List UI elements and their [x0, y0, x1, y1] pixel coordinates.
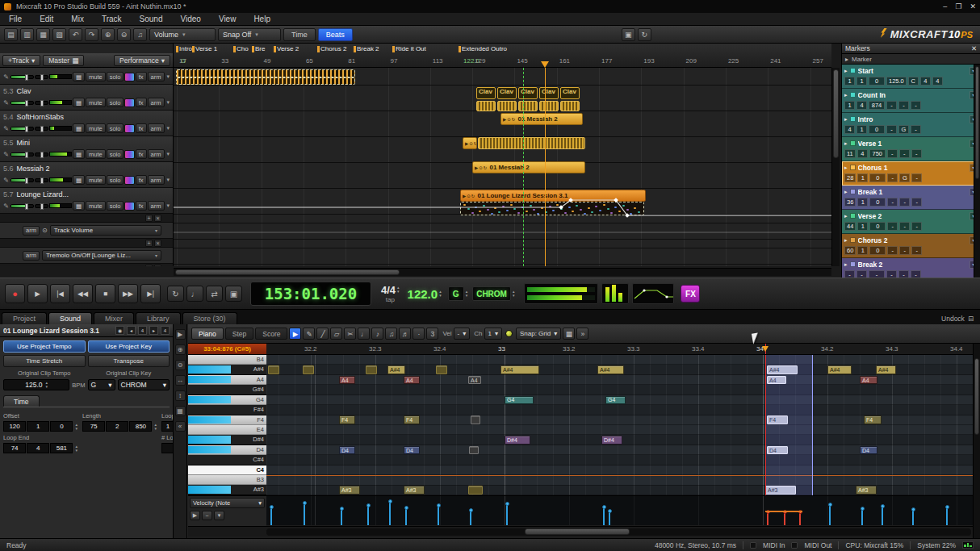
automation-row[interactable]: armTremolo On/Off [Lounge Liz...▾ [0, 248, 173, 264]
velocity-stem[interactable] [609, 511, 610, 525]
time-stretch-button[interactable]: Time Stretch [3, 355, 86, 367]
arm-button[interactable]: arm [23, 226, 40, 236]
piano-key-as4[interactable]: A#4 [188, 365, 266, 374]
tab-sound[interactable]: Sound [48, 312, 92, 324]
midi-note[interactable]: D#4 [601, 436, 622, 445]
marker-param-field[interactable]: - [887, 198, 898, 207]
marker-row[interactable]: ▸Break 2▾------ [842, 258, 980, 278]
minimize-button[interactable]: – [943, 2, 947, 10]
time-mode-button[interactable]: Time [283, 28, 316, 41]
section-marker[interactable]: Break 2 [357, 45, 379, 52]
marker-time-field[interactable]: 874 [869, 101, 885, 110]
time-signature[interactable]: 4/4 [381, 285, 396, 295]
marker-row[interactable]: ▸Chorus 2▾6010--- [842, 234, 980, 258]
clip-clav-wave-5[interactable] [560, 101, 580, 111]
velocity-stem[interactable] [470, 511, 471, 525]
marker-time-field[interactable]: 4 [844, 125, 855, 134]
new-project-icon[interactable]: ▤ [4, 28, 18, 41]
collapse-icon[interactable]: « [175, 421, 186, 432]
velocity-handle[interactable] [437, 503, 441, 507]
chevron-down-icon[interactable]: ▾ [165, 99, 172, 106]
midi-note[interactable]: D4 [860, 446, 877, 455]
menu-edit[interactable]: Edit [31, 15, 62, 23]
midi-note[interactable]: F4 [339, 415, 355, 424]
play-tool-icon[interactable]: ▶ [289, 328, 301, 340]
clip-loop-b[interactable] [176, 77, 355, 85]
clip-lounge-preview[interactable] [460, 202, 644, 215]
arm-button[interactable]: arm [23, 251, 40, 261]
add-automation-button[interactable]: + [145, 215, 153, 222]
automation-curve-icon[interactable] [124, 73, 134, 81]
velocity-stem[interactable] [341, 509, 342, 525]
midi-note[interactable]: A4 [339, 376, 355, 385]
velocity-stem[interactable] [767, 512, 769, 525]
stop-button[interactable]: ■ [95, 284, 115, 303]
arm-button[interactable]: arm [148, 72, 165, 81]
playhead-flag-icon[interactable] [762, 346, 769, 352]
piano-key-fs4[interactable]: F#4 [188, 405, 266, 415]
marker-param-field[interactable]: - [911, 149, 922, 158]
marker-row[interactable]: ▸Break 1▾3610--- [842, 186, 980, 210]
midi-note[interactable] [366, 365, 377, 374]
velocity-stem[interactable] [784, 512, 785, 525]
chevron-down-icon[interactable]: ▾ [165, 125, 172, 131]
velocity-handle[interactable] [911, 507, 915, 511]
marker-param-field[interactable]: G [898, 125, 909, 134]
velocity-stem[interactable] [304, 503, 305, 525]
midi-note[interactable]: D4 [404, 446, 420, 455]
velocity-stem[interactable] [389, 502, 391, 525]
marker-time-field[interactable]: 0 [869, 198, 886, 207]
marker-time-field[interactable]: 28 [844, 173, 856, 182]
redo-icon[interactable]: ↷ [85, 28, 98, 41]
velocity-stem[interactable] [438, 506, 439, 525]
piano-key-b3[interactable]: B3 [188, 475, 266, 485]
midi-note[interactable] [268, 365, 279, 374]
solo-button[interactable]: solo [107, 149, 124, 159]
color-tool-icon[interactable] [505, 330, 513, 337]
marker-time-field[interactable]: 0 [869, 246, 886, 255]
zoom-vertical-icon[interactable]: ↕ [175, 390, 186, 401]
pan-slider[interactable] [35, 101, 48, 105]
marker-time-field[interactable]: 36 [844, 198, 856, 207]
beats-mode-button[interactable]: Beats [318, 28, 353, 41]
velocity-handle[interactable] [505, 502, 509, 506]
automation-row[interactable]: arm⊙Track Volume▾ [0, 223, 173, 239]
keyboard-icon[interactable]: ▦ [73, 72, 85, 81]
note-duration-button-0[interactable]: ♩ [358, 328, 370, 340]
midi-note[interactable]: A#3 [856, 486, 877, 495]
clip-arrange-area[interactable]: IntroVerse 1ChoBreVerse 2Chorus 2Break 2… [174, 44, 831, 266]
velocity-handle[interactable] [861, 507, 865, 511]
scale-display[interactable]: CHROM [472, 286, 511, 301]
piano-roll-vertical-scrollbar[interactable] [973, 344, 980, 538]
marker-time-field[interactable]: - [869, 270, 885, 278]
marker-param-field[interactable]: - [886, 270, 897, 278]
tab-project[interactable]: Project [2, 312, 47, 324]
clip-clav-4[interactable]: Clav [539, 87, 559, 99]
spinner-icon[interactable]: ▴▾ [154, 423, 157, 431]
section-marker[interactable]: Bre [255, 45, 265, 52]
expand-icon[interactable]: ▸ [844, 140, 848, 147]
marker-time-field[interactable]: - [856, 270, 867, 278]
clip-lounge[interactable]: ▶⊙↻01 Lounge Lizard Session 3.1 [460, 190, 646, 202]
field-value[interactable]: 1 [161, 443, 174, 453]
eraser-icon[interactable]: ▱ [330, 328, 342, 340]
clip-mini[interactable]: ▶⊙↻Mini [463, 137, 477, 149]
close-icon[interactable]: ✕ [971, 44, 977, 52]
velocity-stem[interactable] [799, 512, 801, 525]
midi-note[interactable]: A4 [468, 376, 481, 385]
marker-param-field[interactable]: G [899, 173, 910, 182]
spinner-icon[interactable]: ▴▾ [513, 290, 515, 298]
midi-note[interactable]: G4 [605, 396, 626, 405]
midi-note[interactable]: F4 [404, 415, 420, 424]
tap-tempo-button[interactable]: tap [386, 297, 395, 303]
key-display[interactable]: G [448, 286, 464, 301]
arm-button[interactable]: arm [148, 149, 165, 159]
marker-time-field[interactable]: 750 [869, 149, 886, 158]
midi-note[interactable] [471, 415, 480, 424]
pencil-icon[interactable]: ✎ [2, 99, 10, 106]
tab-score[interactable]: Score [255, 328, 287, 340]
velocity-dropdown[interactable]: -▾ [454, 328, 471, 340]
keyboard-icon[interactable]: ▦ [175, 406, 186, 416]
midi-note[interactable]: A4 [404, 376, 420, 385]
velocity-handle[interactable] [270, 505, 274, 509]
